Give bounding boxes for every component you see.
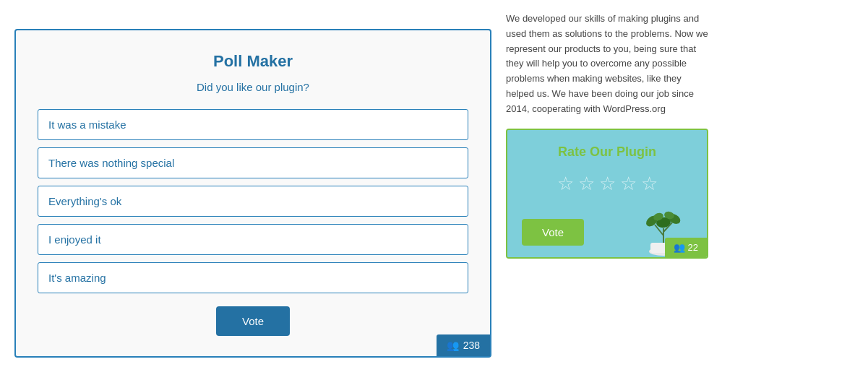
rate-vote-count: 22	[688, 242, 698, 253]
poll-title: Poll Maker	[38, 52, 468, 71]
star-2[interactable]: ☆	[578, 173, 595, 195]
poll-option-4[interactable]: I enjoyed it	[38, 224, 468, 255]
rate-widget: Rate Our Plugin ☆ ☆ ☆ ☆ ☆ Vote	[506, 129, 708, 259]
rate-vote-button[interactable]: Vote	[522, 219, 584, 246]
poll-option-1[interactable]: It was a mistake	[38, 109, 468, 140]
rate-title: Rate Our Plugin	[522, 144, 692, 160]
people-icon: 👥	[447, 340, 459, 351]
poll-container: Poll Maker Did you like our plugin? It w…	[14, 29, 491, 358]
poll-option-2[interactable]: There was nothing special	[38, 147, 468, 178]
vote-count-badge: 👥 238	[437, 334, 490, 356]
poll-option-3[interactable]: Everything's ok	[38, 186, 468, 217]
rate-people-icon: 👥	[674, 242, 685, 253]
rate-count-badge: 👥 22	[665, 238, 707, 257]
vote-count: 238	[463, 340, 480, 351]
vote-button[interactable]: Vote	[216, 306, 290, 336]
description-text: We developed our skills of making plugin…	[506, 12, 708, 117]
star-4[interactable]: ☆	[620, 173, 637, 195]
poll-option-5[interactable]: It's amazing	[38, 262, 468, 293]
star-5[interactable]: ☆	[641, 173, 658, 195]
star-1[interactable]: ☆	[557, 173, 574, 195]
poll-section: Poll Maker Did you like our plugin? It w…	[14, 7, 491, 373]
right-section: We developed our skills of making plugin…	[506, 7, 854, 373]
poll-question: Did you like our plugin?	[38, 81, 468, 93]
vote-btn-container: Vote	[38, 306, 468, 336]
stars-row: ☆ ☆ ☆ ☆ ☆	[522, 173, 692, 195]
star-3[interactable]: ☆	[599, 173, 616, 195]
